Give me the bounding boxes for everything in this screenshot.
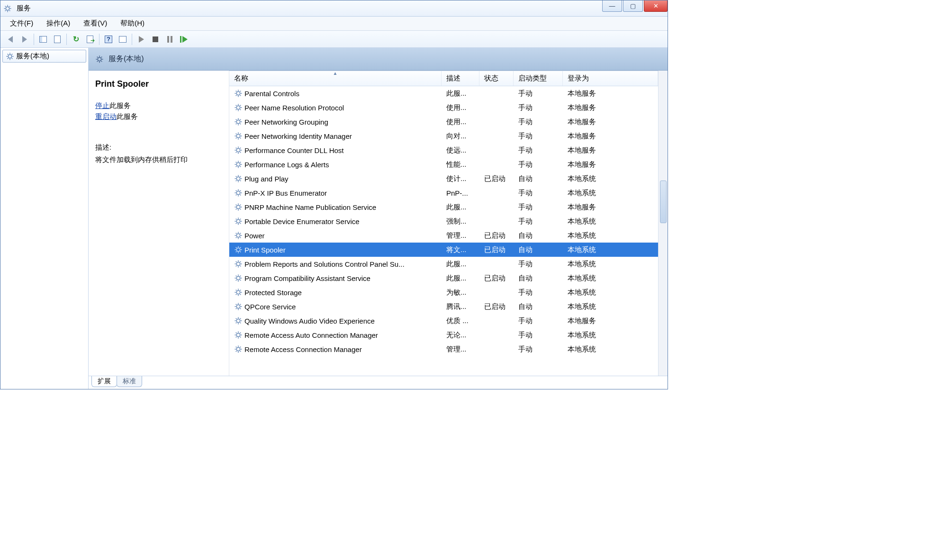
column-header-name[interactable]: ▲ 名称 — [229, 71, 442, 86]
help-button[interactable]: ? — [102, 33, 115, 46]
service-row[interactable]: Print Spooler将文...已启动自动本地系统 — [229, 243, 658, 257]
svg-line-185 — [236, 333, 237, 334]
service-logon-cell: 本地系统 — [563, 260, 658, 269]
service-startup-cell: 自动 — [514, 231, 563, 240]
gear-icon — [234, 103, 243, 112]
export-button[interactable]: ➔ — [83, 33, 97, 46]
svg-line-23 — [97, 56, 98, 57]
list-body[interactable]: Parental Controls此服...手动本地服务Peer Name Re… — [229, 86, 658, 376]
properties-button[interactable] — [51, 33, 64, 46]
close-button[interactable]: ✕ — [644, 0, 668, 12]
tab-standard[interactable]: 标准 — [117, 376, 142, 387]
service-row[interactable]: Performance Counter DLL Host使远...手动本地服务 — [229, 143, 658, 157]
service-logon-cell: 本地系统 — [563, 231, 658, 240]
svg-point-63 — [236, 148, 240, 152]
svg-line-98 — [240, 190, 241, 191]
nav-back-button[interactable] — [4, 33, 17, 46]
service-row[interactable]: Program Compatibility Assistant Service此… — [229, 271, 658, 285]
service-row[interactable]: Remote Access Connection Manager管理...手动本… — [229, 342, 658, 356]
restart-service-button[interactable] — [177, 33, 190, 46]
service-logon-cell: 本地系统 — [563, 189, 658, 198]
gear-icon — [234, 302, 243, 311]
service-startup-cell: 手动 — [514, 117, 563, 126]
service-logon-cell: 本地系统 — [563, 174, 658, 183]
service-row[interactable]: Parental Controls此服...手动本地服务 — [229, 86, 658, 100]
maximize-button[interactable]: ▢ — [623, 0, 643, 12]
service-logon-cell: 本地服务 — [563, 103, 658, 112]
service-logon-cell: 本地服务 — [563, 203, 658, 212]
service-row[interactable]: Plug and Play使计...已启动自动本地系统 — [229, 172, 658, 186]
service-name-cell: Problem Reports and Solutions Control Pa… — [229, 260, 442, 268]
restart-service-link[interactable]: 重启动 — [95, 112, 117, 120]
pane-title: 服务(本地) — [108, 54, 144, 64]
service-row[interactable]: PNRP Machine Name Publication Service此服.… — [229, 200, 658, 214]
service-name-text: Plug and Play — [244, 175, 289, 183]
svg-line-116 — [240, 219, 241, 220]
tab-extended[interactable]: 扩展 — [91, 376, 117, 387]
service-row[interactable]: Quality Windows Audio Video Experience优质… — [229, 314, 658, 328]
svg-point-171 — [236, 319, 240, 323]
stop-service-button[interactable] — [149, 33, 162, 46]
properties-icon — [54, 36, 61, 43]
service-desc-cell: 向对... — [442, 132, 479, 141]
service-row[interactable]: Performance Logs & Alerts性能...手动本地服务 — [229, 157, 658, 172]
service-name-text: Peer Networking Identity Manager — [244, 132, 352, 140]
service-logon-cell: 本地系统 — [563, 245, 658, 254]
service-row[interactable]: Peer Name Resolution Protocol使用...手动本地服务 — [229, 100, 658, 115]
service-row[interactable]: Peer Networking Identity Manager向对...手动本… — [229, 129, 658, 143]
service-row[interactable]: Peer Networking Grouping使用...手动本地服务 — [229, 115, 658, 129]
service-row[interactable]: QPCore Service腾讯...已启动自动本地系统 — [229, 299, 658, 314]
pause-service-button[interactable] — [163, 33, 176, 46]
title-bar[interactable]: 服务 — ▢ ✕ — [0, 0, 668, 17]
svg-line-44 — [240, 105, 241, 106]
svg-line-78 — [240, 166, 241, 167]
scrollbar-thumb[interactable] — [660, 181, 667, 223]
column-header-startup[interactable]: 启动类型 — [514, 71, 563, 86]
list-header: ▲ 名称 描述 状态 启动类型 登录为 — [229, 71, 658, 86]
column-header-status[interactable]: 状态 — [479, 71, 514, 86]
svg-point-144 — [236, 276, 240, 280]
service-row[interactable]: Power管理...已启动自动本地系统 — [229, 228, 658, 243]
service-startup-cell: 自动 — [514, 245, 563, 254]
svg-line-161 — [240, 290, 241, 291]
menu-view[interactable]: 查看(V) — [77, 17, 114, 30]
column-header-logon[interactable]: 登录为 — [563, 71, 658, 86]
refresh-button[interactable]: ↻ — [69, 33, 82, 46]
service-row[interactable]: Remote Access Auto Connection Manager无论.… — [229, 328, 658, 342]
tree-node-services-local[interactable]: 服务(本地) — [2, 50, 86, 63]
service-logon-cell: 本地服务 — [563, 117, 658, 126]
nav-forward-button[interactable] — [18, 33, 31, 46]
stop-service-link[interactable]: 停止 — [95, 101, 109, 109]
column-header-desc[interactable]: 描述 — [442, 71, 479, 86]
service-startup-cell: 手动 — [514, 189, 563, 198]
start-service-button[interactable] — [135, 33, 148, 46]
menu-help[interactable]: 帮助(H) — [114, 17, 151, 30]
service-startup-cell: 手动 — [514, 146, 563, 155]
service-row[interactable]: Portable Device Enumerator Service强制...手… — [229, 214, 658, 228]
view-button[interactable] — [116, 33, 129, 46]
service-row[interactable]: Protected Storage为敏...手动本地系统 — [229, 285, 658, 299]
menu-action[interactable]: 操作(A) — [40, 17, 77, 30]
show-hide-tree-button[interactable] — [36, 33, 50, 46]
gear-icon — [234, 316, 243, 325]
refresh-icon: ↻ — [73, 35, 79, 44]
menu-file[interactable]: 文件(F) — [3, 17, 40, 30]
svg-line-6 — [9, 10, 10, 11]
svg-line-132 — [240, 252, 241, 253]
selected-service-name: Print Spooler — [95, 79, 222, 89]
svg-line-143 — [240, 262, 241, 262]
svg-point-54 — [236, 134, 240, 138]
svg-line-187 — [236, 337, 237, 338]
svg-line-15 — [12, 58, 13, 59]
svg-line-160 — [236, 294, 237, 295]
svg-line-62 — [240, 134, 241, 135]
minimize-button[interactable]: — — [602, 0, 622, 12]
service-name-text: Peer Networking Grouping — [244, 118, 328, 126]
svg-line-8 — [9, 6, 10, 7]
service-logon-cell: 本地服务 — [563, 89, 658, 98]
restart-service-line: 重启动此服务 — [95, 112, 222, 121]
service-logon-cell: 本地系统 — [563, 331, 658, 340]
service-row[interactable]: PnP-X IP Bus EnumeratorPnP-...手动本地系统 — [229, 186, 658, 200]
vertical-scrollbar[interactable] — [658, 71, 668, 376]
service-row[interactable]: Problem Reports and Solutions Control Pa… — [229, 257, 658, 271]
